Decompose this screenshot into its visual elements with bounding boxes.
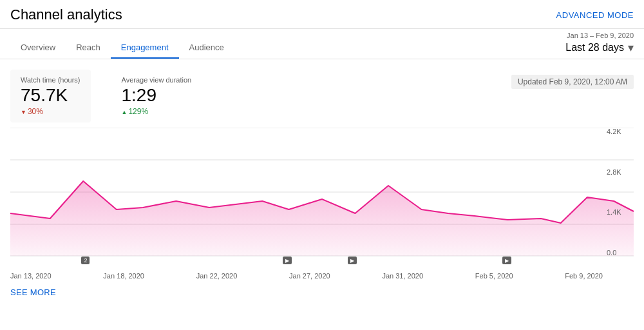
tab-engagement[interactable]: Engagement (111, 36, 179, 59)
watch-time-change: 30% (21, 107, 80, 116)
avg-duration-value: 1:29 (122, 86, 192, 104)
y-label-2: 1.4K (607, 208, 634, 216)
x-label-2: Jan 22, 2020 (196, 272, 238, 280)
tab-bar: Overview Reach Engagement Audience (10, 36, 234, 59)
down-arrow-icon (21, 107, 26, 116)
advanced-mode-button[interactable]: ADVANCED MODE (556, 10, 634, 20)
video-marker-3[interactable] (348, 257, 357, 264)
y-label-3: 2.8K (607, 168, 634, 176)
y-label-1: 0.0 (607, 249, 634, 257)
chart-area: 4.2K 2.8K 1.4K 0.0 2 Jan 13, 2020 (0, 128, 644, 282)
tab-overview[interactable]: Overview (10, 36, 66, 59)
x-label-6: Feb 9, 2020 (565, 272, 603, 280)
x-label-0: Jan 13, 2020 (10, 272, 52, 280)
avg-duration-change: 129% (122, 107, 192, 116)
avg-duration-card: Average view duration 1:29 129% (111, 70, 202, 122)
watch-time-label: Watch time (hours) (21, 76, 80, 84)
avg-duration-label: Average view duration (122, 76, 192, 84)
date-range-period: Jan 13 – Feb 9, 2020 (565, 32, 634, 39)
watch-time-card: Watch time (hours) 75.7K 30% (10, 70, 91, 122)
date-range-selector[interactable]: Last 28 days ▾ (565, 41, 634, 55)
play-icon (505, 257, 509, 264)
y-label-4: 4.2K (607, 128, 634, 135)
x-axis-labels: Jan 13, 2020 Jan 18, 2020 Jan 22, 2020 J… (10, 269, 603, 280)
chart-svg (10, 128, 634, 257)
page-title: Channel analytics (10, 6, 122, 23)
x-label-5: Feb 5, 2020 (475, 272, 513, 280)
watch-time-value: 75.7K (21, 86, 80, 104)
video-marker-2[interactable] (283, 257, 292, 264)
tab-reach[interactable]: Reach (66, 36, 111, 59)
x-label-3: Jan 27, 2020 (289, 272, 330, 280)
play-icon (285, 257, 289, 264)
video-marker-4[interactable] (502, 257, 511, 264)
up-arrow-icon (122, 107, 128, 116)
date-range-container: Jan 13 – Feb 9, 2020 Last 28 days ▾ (565, 32, 634, 59)
video-marker-1[interactable]: 2 (81, 257, 90, 264)
play-icon (350, 257, 354, 264)
tab-audience[interactable]: Audience (179, 36, 234, 59)
x-label-4: Jan 31, 2020 (382, 272, 423, 280)
chevron-down-icon: ▾ (628, 41, 634, 55)
see-more-button[interactable]: SEE MORE (10, 287, 56, 297)
see-more-row: SEE MORE (10, 282, 634, 297)
updated-label: Updated Feb 9, 2020, 12:00 AM (511, 75, 634, 89)
y-axis-labels: 4.2K 2.8K 1.4K 0.0 (603, 128, 634, 257)
x-label-1: Jan 18, 2020 (103, 272, 144, 280)
video-markers-row: 2 (10, 257, 603, 269)
metrics-row: Watch time (hours) 75.7K 30% Average vie… (10, 59, 634, 128)
